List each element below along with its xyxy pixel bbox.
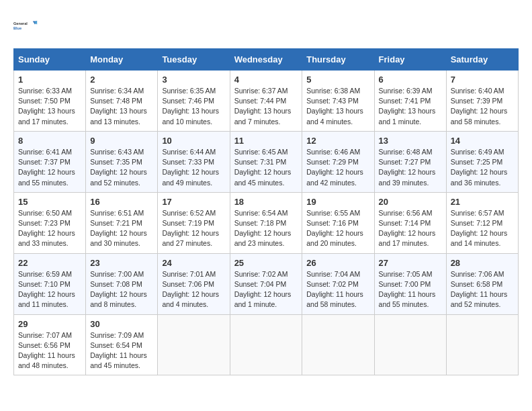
calendar-cell: 21Sunrise: 6:57 AMSunset: 7:12 PMDayligh… bbox=[446, 192, 518, 253]
day-number: 15 bbox=[18, 197, 81, 207]
day-info: Sunrise: 6:55 AMSunset: 7:16 PMDaylight:… bbox=[306, 208, 369, 249]
svg-text:Blue: Blue bbox=[13, 26, 21, 30]
day-info: Sunrise: 6:59 AMSunset: 7:10 PMDaylight:… bbox=[18, 269, 81, 310]
day-number: 30 bbox=[90, 319, 153, 329]
weekday-header-row: SundayMondayTuesdayWednesdayThursdayFrid… bbox=[14, 49, 519, 71]
weekday-header-wednesday: Wednesday bbox=[230, 49, 302, 71]
calendar-cell: 8Sunrise: 6:41 AMSunset: 7:37 PMDaylight… bbox=[14, 131, 86, 192]
calendar-cell: 9Sunrise: 6:43 AMSunset: 7:35 PMDaylight… bbox=[86, 131, 158, 192]
day-info: Sunrise: 6:54 AMSunset: 7:18 PMDaylight:… bbox=[234, 208, 298, 249]
calendar-cell: 24Sunrise: 7:01 AMSunset: 7:06 PMDayligh… bbox=[158, 253, 230, 314]
calendar-cell: 13Sunrise: 6:48 AMSunset: 7:27 PMDayligh… bbox=[374, 131, 446, 192]
calendar-cell: 18Sunrise: 6:54 AMSunset: 7:18 PMDayligh… bbox=[230, 192, 302, 253]
logo-icon: General Blue bbox=[13, 13, 38, 38]
day-number: 3 bbox=[162, 75, 225, 85]
day-number: 22 bbox=[18, 258, 81, 268]
day-info: Sunrise: 7:01 AMSunset: 7:06 PMDaylight:… bbox=[162, 269, 225, 310]
calendar-cell: 1Sunrise: 6:33 AMSunset: 7:50 PMDaylight… bbox=[14, 71, 86, 132]
day-info: Sunrise: 6:37 AMSunset: 7:44 PMDaylight:… bbox=[234, 86, 298, 127]
calendar-cell: 12Sunrise: 6:46 AMSunset: 7:29 PMDayligh… bbox=[302, 131, 374, 192]
calendar-cell: 2Sunrise: 6:34 AMSunset: 7:48 PMDaylight… bbox=[86, 71, 158, 132]
weekday-header-saturday: Saturday bbox=[446, 49, 518, 71]
day-info: Sunrise: 6:44 AMSunset: 7:33 PMDaylight:… bbox=[162, 147, 225, 188]
day-info: Sunrise: 7:09 AMSunset: 6:54 PMDaylight:… bbox=[90, 330, 153, 371]
day-info: Sunrise: 6:49 AMSunset: 7:25 PMDaylight:… bbox=[451, 147, 514, 188]
day-number: 28 bbox=[451, 258, 514, 268]
calendar-cell: 27Sunrise: 7:05 AMSunset: 7:00 PMDayligh… bbox=[374, 253, 446, 314]
calendar-cell: 26Sunrise: 7:04 AMSunset: 7:02 PMDayligh… bbox=[302, 253, 374, 314]
calendar-cell: 6Sunrise: 6:39 AMSunset: 7:41 PMDaylight… bbox=[374, 71, 446, 132]
day-number: 14 bbox=[451, 136, 514, 146]
week-row-3: 15Sunrise: 6:50 AMSunset: 7:23 PMDayligh… bbox=[14, 192, 519, 253]
day-info: Sunrise: 6:34 AMSunset: 7:48 PMDaylight:… bbox=[90, 86, 153, 127]
day-info: Sunrise: 6:52 AMSunset: 7:19 PMDaylight:… bbox=[162, 208, 225, 249]
calendar-cell bbox=[158, 314, 230, 375]
calendar-cell: 25Sunrise: 7:02 AMSunset: 7:04 PMDayligh… bbox=[230, 253, 302, 314]
calendar-cell: 5Sunrise: 6:38 AMSunset: 7:43 PMDaylight… bbox=[302, 71, 374, 132]
calendar-cell: 10Sunrise: 6:44 AMSunset: 7:33 PMDayligh… bbox=[158, 131, 230, 192]
day-info: Sunrise: 7:00 AMSunset: 7:08 PMDaylight:… bbox=[90, 269, 153, 310]
calendar-cell: 15Sunrise: 6:50 AMSunset: 7:23 PMDayligh… bbox=[14, 192, 86, 253]
calendar-cell bbox=[230, 314, 302, 375]
day-number: 25 bbox=[234, 258, 298, 268]
day-number: 6 bbox=[379, 75, 442, 85]
calendar-cell: 11Sunrise: 6:45 AMSunset: 7:31 PMDayligh… bbox=[230, 131, 302, 192]
day-info: Sunrise: 6:41 AMSunset: 7:37 PMDaylight:… bbox=[18, 147, 81, 188]
day-number: 19 bbox=[306, 197, 369, 207]
weekday-header-thursday: Thursday bbox=[302, 49, 374, 71]
page-header: General Blue bbox=[13, 13, 519, 38]
day-number: 12 bbox=[306, 136, 369, 146]
calendar-cell: 19Sunrise: 6:55 AMSunset: 7:16 PMDayligh… bbox=[302, 192, 374, 253]
day-number: 9 bbox=[90, 136, 153, 146]
day-number: 26 bbox=[306, 258, 369, 268]
day-info: Sunrise: 7:06 AMSunset: 6:58 PMDaylight:… bbox=[451, 269, 514, 310]
logo: General Blue bbox=[13, 13, 40, 38]
day-info: Sunrise: 6:57 AMSunset: 7:12 PMDaylight:… bbox=[451, 208, 514, 249]
day-info: Sunrise: 6:46 AMSunset: 7:29 PMDaylight:… bbox=[306, 147, 369, 188]
calendar-cell: 30Sunrise: 7:09 AMSunset: 6:54 PMDayligh… bbox=[86, 314, 158, 375]
calendar-cell: 17Sunrise: 6:52 AMSunset: 7:19 PMDayligh… bbox=[158, 192, 230, 253]
svg-text:General: General bbox=[13, 21, 28, 26]
weekday-header-sunday: Sunday bbox=[14, 49, 86, 71]
day-number: 24 bbox=[162, 258, 225, 268]
calendar-table: SundayMondayTuesdayWednesdayThursdayFrid… bbox=[13, 48, 519, 375]
calendar-cell bbox=[302, 314, 374, 375]
calendar-cell: 3Sunrise: 6:35 AMSunset: 7:46 PMDaylight… bbox=[158, 71, 230, 132]
day-number: 7 bbox=[451, 75, 514, 85]
calendar-cell: 16Sunrise: 6:51 AMSunset: 7:21 PMDayligh… bbox=[86, 192, 158, 253]
day-info: Sunrise: 6:39 AMSunset: 7:41 PMDaylight:… bbox=[379, 86, 442, 127]
day-info: Sunrise: 6:50 AMSunset: 7:23 PMDaylight:… bbox=[18, 208, 81, 249]
calendar-cell: 28Sunrise: 7:06 AMSunset: 6:58 PMDayligh… bbox=[446, 253, 518, 314]
calendar-cell bbox=[374, 314, 446, 375]
day-number: 1 bbox=[18, 75, 81, 85]
day-info: Sunrise: 6:51 AMSunset: 7:21 PMDaylight:… bbox=[90, 208, 153, 249]
day-number: 13 bbox=[379, 136, 442, 146]
weekday-header-friday: Friday bbox=[374, 49, 446, 71]
day-info: Sunrise: 7:04 AMSunset: 7:02 PMDaylight:… bbox=[306, 269, 369, 310]
day-number: 5 bbox=[306, 75, 369, 85]
week-row-2: 8Sunrise: 6:41 AMSunset: 7:37 PMDaylight… bbox=[14, 131, 519, 192]
day-info: Sunrise: 6:43 AMSunset: 7:35 PMDaylight:… bbox=[90, 147, 153, 188]
day-number: 16 bbox=[90, 197, 153, 207]
calendar-cell: 7Sunrise: 6:40 AMSunset: 7:39 PMDaylight… bbox=[446, 71, 518, 132]
day-info: Sunrise: 7:07 AMSunset: 6:56 PMDaylight:… bbox=[18, 330, 81, 371]
day-info: Sunrise: 6:40 AMSunset: 7:39 PMDaylight:… bbox=[451, 86, 514, 127]
day-number: 23 bbox=[90, 258, 153, 268]
day-number: 10 bbox=[162, 136, 225, 146]
day-info: Sunrise: 6:35 AMSunset: 7:46 PMDaylight:… bbox=[162, 86, 225, 127]
day-info: Sunrise: 6:33 AMSunset: 7:50 PMDaylight:… bbox=[18, 86, 81, 127]
day-number: 18 bbox=[234, 197, 298, 207]
day-number: 4 bbox=[234, 75, 298, 85]
day-info: Sunrise: 7:05 AMSunset: 7:00 PMDaylight:… bbox=[379, 269, 442, 310]
calendar-cell bbox=[446, 314, 518, 375]
calendar-cell: 14Sunrise: 6:49 AMSunset: 7:25 PMDayligh… bbox=[446, 131, 518, 192]
day-number: 27 bbox=[379, 258, 442, 268]
day-number: 29 bbox=[18, 319, 81, 329]
calendar-cell: 29Sunrise: 7:07 AMSunset: 6:56 PMDayligh… bbox=[14, 314, 86, 375]
calendar-cell: 23Sunrise: 7:00 AMSunset: 7:08 PMDayligh… bbox=[86, 253, 158, 314]
day-number: 21 bbox=[451, 197, 514, 207]
week-row-5: 29Sunrise: 7:07 AMSunset: 6:56 PMDayligh… bbox=[14, 314, 519, 375]
day-info: Sunrise: 6:38 AMSunset: 7:43 PMDaylight:… bbox=[306, 86, 369, 127]
calendar-cell: 20Sunrise: 6:56 AMSunset: 7:14 PMDayligh… bbox=[374, 192, 446, 253]
week-row-1: 1Sunrise: 6:33 AMSunset: 7:50 PMDaylight… bbox=[14, 71, 519, 132]
